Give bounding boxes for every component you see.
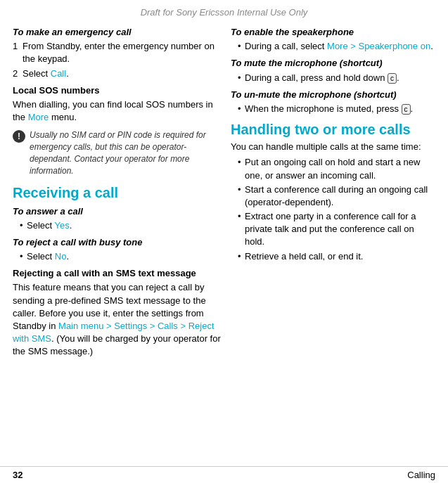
reject-after: . xyxy=(66,251,69,262)
reject-sms-text: This feature means that you can reject a… xyxy=(13,281,224,358)
key-c-mute: c xyxy=(388,73,397,84)
local-sos-text: When dialling, you can find local SOS nu… xyxy=(13,98,224,124)
answer-item: Select Yes. xyxy=(20,219,224,232)
handling-heading: Handling two or more calls xyxy=(231,121,435,138)
mute-off-after: . xyxy=(411,103,414,114)
handling-item-0: Put an ongoing call on hold and start a … xyxy=(238,156,435,181)
footer-section-label: Calling xyxy=(407,470,435,480)
right-column: To enable the speakerphone During a call… xyxy=(231,22,435,360)
step2-before: Select xyxy=(23,68,51,79)
mute-off-subheading: To un-mute the microphone (shortcut) xyxy=(231,89,435,101)
handling-item-1: Start a conference call during an ongoin… xyxy=(238,183,435,209)
emergency-steps: 1 From Standby, enter the emergency numb… xyxy=(13,40,224,80)
handling-list: Put an ongoing call on hold and start a … xyxy=(231,156,435,263)
mute-on-section: To mute the microphone (shortcut) During… xyxy=(231,57,435,84)
left-column: To make an emergency call 1 From Standby… xyxy=(13,22,224,360)
reject-item: Select No. xyxy=(20,250,224,263)
speakerphone-list: During a call, select More > Speakerphon… xyxy=(231,40,435,53)
mute-on-before: During a call, press and hold down xyxy=(245,72,388,83)
emergency-step-1: 1 From Standby, enter the emergency numb… xyxy=(13,40,224,65)
local-sos-heading: Local SOS numbers xyxy=(13,84,224,97)
footer-bar: 32 Calling xyxy=(0,466,448,483)
two-column-layout: To make an emergency call 1 From Standby… xyxy=(13,22,435,360)
note-text: Usually no SIM card or PIN code is requi… xyxy=(30,129,224,176)
page: Draft for Sony Ericsson Internal Use Onl… xyxy=(0,0,448,483)
mute-on-after: . xyxy=(397,72,399,83)
emergency-subheading: To make an emergency call xyxy=(13,26,224,39)
handling-item-3: Retrieve a held call, or end it. xyxy=(238,250,435,263)
note-block: ! Usually no SIM card or PIN code is req… xyxy=(13,129,224,178)
yes-link[interactable]: Yes xyxy=(55,220,70,231)
receiving-heading: Receiving a call xyxy=(13,184,224,201)
answer-before: Select xyxy=(27,220,55,231)
reject-list: Select No. xyxy=(13,250,224,263)
speaker-before: During a call, select xyxy=(245,41,327,51)
receiving-section: Receiving a call To answer a call Select… xyxy=(13,184,224,359)
reject-subheading: To reject a call with busy tone xyxy=(13,236,224,249)
mute-off-list: When the microphone is muted, press c. xyxy=(231,103,435,115)
call-link[interactable]: Call xyxy=(51,68,66,79)
key-c-unmute: c xyxy=(402,104,411,115)
footer-page-number: 32 xyxy=(13,470,23,480)
speakerphone-subheading: To enable the speakerphone xyxy=(231,26,435,39)
mute-off-section: To un-mute the microphone (shortcut) Whe… xyxy=(231,89,435,115)
step1-text: From Standby, enter the emergency number… xyxy=(23,41,215,64)
speakerphone-section: To enable the speakerphone During a call… xyxy=(231,26,435,53)
reject-sms-heading: Rejecting a call with an SMS text messag… xyxy=(13,267,224,280)
answer-list: Select Yes. xyxy=(13,219,224,232)
mute-on-item: During a call, press and hold down c. xyxy=(238,72,435,84)
more-link[interactable]: More xyxy=(28,112,49,122)
speaker-after: . xyxy=(430,41,433,51)
emergency-step-2: 2 Select Call. xyxy=(13,67,224,80)
answer-after: . xyxy=(70,220,72,231)
no-link[interactable]: No xyxy=(55,251,67,262)
mute-off-before: When the microphone is muted, press xyxy=(245,103,402,114)
mute-on-list: During a call, press and hold down c. xyxy=(231,72,435,84)
mute-on-subheading: To mute the microphone (shortcut) xyxy=(231,57,435,70)
handling-item-2: Extract one party in a conference call f… xyxy=(238,210,435,249)
speakerphone-item: During a call, select More > Speakerphon… xyxy=(238,40,435,53)
answer-subheading: To answer a call xyxy=(13,205,224,218)
mute-off-item: When the microphone is muted, press c. xyxy=(238,103,435,115)
local-sos-after: menu. xyxy=(49,112,77,122)
reject-before: Select xyxy=(27,251,55,262)
step2-after: . xyxy=(66,68,69,79)
watermark: Draft for Sony Ericsson Internal Use Onl… xyxy=(13,7,435,18)
handling-section: Handling two or more calls You can handl… xyxy=(231,121,435,263)
emergency-section: To make an emergency call 1 From Standby… xyxy=(13,26,224,124)
speakerphone-link[interactable]: More > Speakerphone on xyxy=(327,41,430,51)
note-icon: ! xyxy=(13,130,25,143)
handling-intro: You can handle multiple calls at the sam… xyxy=(231,141,435,153)
